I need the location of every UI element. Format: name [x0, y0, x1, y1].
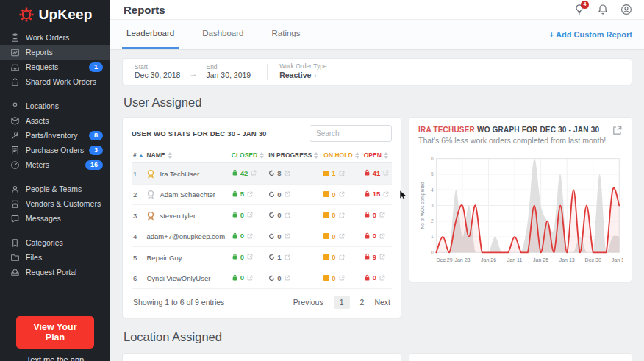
end-date-field[interactable]: End Jan 30, 2019 — [206, 64, 251, 80]
start-date-field[interactable]: Start Dec 30, 2018 — [135, 64, 180, 80]
external-link-icon[interactable] — [379, 212, 385, 218]
column-header--[interactable]: # — [132, 148, 145, 163]
column-header-in-progress[interactable]: IN PROGRESS — [267, 148, 322, 163]
notifications-bell-icon[interactable] — [597, 4, 609, 15]
closed-cell: 42 — [230, 163, 267, 185]
sidebar-item-shared-work-orders[interactable]: Shared Work Orders — [0, 74, 110, 89]
sort-icon[interactable] — [139, 154, 143, 157]
external-link-icon[interactable] — [379, 275, 385, 281]
sidebar-item-label: Work Orders — [26, 33, 69, 42]
external-link-icon[interactable] — [247, 191, 253, 197]
sort-icon[interactable] — [168, 152, 172, 159]
sidebar-item-assets[interactable]: Assets — [0, 113, 110, 128]
chevron-right-icon: › — [314, 72, 316, 79]
external-link-icon[interactable] — [383, 170, 389, 176]
tab-dashboard[interactable]: Dashboard — [198, 29, 248, 49]
user-avatar-icon[interactable] — [620, 4, 632, 15]
closed-cell: 0 — [230, 226, 267, 247]
count-badge: 8 — [89, 131, 103, 140]
external-link-icon[interactable] — [247, 254, 253, 260]
sidebar-item-reports[interactable]: Reports — [0, 45, 110, 60]
sidebar-item-categories[interactable]: Categories — [0, 235, 110, 250]
column-header-open[interactable]: OPEN — [362, 148, 392, 163]
sort-icon[interactable] — [314, 152, 318, 159]
pagination-previous[interactable]: Previous — [293, 298, 323, 307]
open-cell: 41 — [362, 163, 392, 185]
sidebar-item-purchase-orders[interactable]: Purchase Orders3 — [0, 143, 110, 157]
on-hold-cell: 0 — [322, 226, 362, 247]
sidebar-item-meters[interactable]: Meters16 — [0, 157, 110, 172]
add-custom-report-link[interactable]: + Add Custom Report — [549, 30, 632, 49]
sort-icon[interactable] — [384, 152, 388, 159]
medal-icon — [146, 190, 155, 199]
sidebar-item-people-teams[interactable]: People & Teams — [0, 182, 110, 196]
column-header-name[interactable]: NAME — [145, 148, 229, 163]
sidebar-item-parts-inventory[interactable]: Parts/Inventory8 — [0, 128, 110, 143]
lock-icon — [232, 232, 238, 240]
external-link-icon[interactable] — [379, 254, 385, 260]
external-link-icon[interactable] — [339, 191, 345, 197]
sidebar-item-work-orders[interactable]: Work Orders — [0, 30, 110, 45]
external-link-icon[interactable] — [339, 233, 345, 239]
external-link-icon[interactable] — [285, 171, 290, 176]
chart-icon — [10, 47, 20, 57]
pagination-next[interactable]: Next — [374, 298, 390, 307]
external-link-icon[interactable] — [339, 254, 345, 260]
text-me-the-app-link[interactable]: Text me the app — [0, 355, 110, 361]
open-cell: 9 — [362, 247, 392, 268]
table-row[interactable]: 2Adam Schaechter50015 — [132, 184, 392, 205]
lightbulb-tips-icon[interactable]: 4 — [573, 4, 585, 15]
open-cell: 0 — [362, 205, 392, 226]
sidebar-item-request-portal[interactable]: Request Portal — [0, 265, 110, 279]
external-link-icon[interactable] — [285, 191, 290, 197]
tab-leaderboard[interactable]: Leaderboard — [122, 29, 179, 49]
tab-ratings[interactable]: Ratings — [268, 29, 305, 49]
external-link-icon[interactable] — [383, 191, 389, 197]
sidebar-item-files[interactable]: Files — [0, 250, 110, 265]
on-hold-cell: 0 — [322, 268, 362, 289]
external-link-icon[interactable] — [379, 233, 385, 239]
sidebar-item-vendors-customers[interactable]: Vendors & Customers — [0, 196, 110, 211]
expand-graph-icon[interactable] — [612, 125, 623, 139]
table-row[interactable]: 5Repair Guy0109 — [132, 247, 392, 268]
medal-icon — [146, 211, 155, 221]
svg-text:Dec 30: Dec 30 — [585, 258, 601, 263]
pagination-page-2[interactable]: 2 — [360, 298, 365, 307]
table-row[interactable]: 3steven tyler0000 — [132, 205, 392, 226]
view-your-plan-button[interactable]: View Your Plan — [16, 316, 94, 349]
in-progress-cell: 0 — [267, 205, 322, 226]
external-link-icon[interactable] — [339, 275, 345, 281]
upkeep-logo[interactable]: UpKeep — [0, 0, 110, 30]
table-row[interactable]: 4adam+7@onupkeep.com0000 — [132, 226, 392, 247]
table-row[interactable]: 1Ira TechUser428141 — [132, 163, 392, 185]
table-row[interactable]: 6Cyndi ViewOnlyUser0000 — [132, 268, 392, 289]
medal-icon — [146, 169, 155, 179]
external-link-icon[interactable] — [285, 212, 290, 218]
sidebar-item-locations[interactable]: Locations — [0, 99, 110, 113]
external-link-icon[interactable] — [285, 275, 290, 281]
sidebar-item-label: Messages — [26, 214, 61, 223]
in-progress-icon — [268, 212, 275, 218]
sidebar-item-label: Request Portal — [26, 268, 76, 276]
nav-group: People & TeamsVendors & CustomersMessage… — [0, 182, 110, 226]
in-progress-cell: 0 — [267, 268, 322, 289]
external-link-icon[interactable] — [285, 254, 290, 260]
sidebar-item-messages[interactable]: Messages — [0, 211, 110, 226]
external-link-icon[interactable] — [285, 233, 290, 239]
sidebar-item-requests[interactable]: Requests1 — [0, 60, 110, 74]
column-header-on-hold[interactable]: ON HOLD — [322, 148, 362, 163]
pagination-page-1[interactable]: 1 — [334, 296, 350, 309]
external-link-icon[interactable] — [339, 171, 345, 176]
sort-icon[interactable] — [355, 152, 359, 159]
work-order-type-field[interactable]: Work Order Type Reactive› — [279, 63, 326, 79]
column-header-closed[interactable]: CLOSED — [230, 148, 267, 163]
search-input[interactable] — [310, 125, 392, 142]
open-cell: 0 — [362, 226, 392, 247]
external-link-icon[interactable] — [339, 212, 345, 218]
external-link-icon[interactable] — [251, 170, 257, 176]
sort-icon[interactable] — [260, 152, 264, 159]
closed-cell: 0 — [230, 205, 267, 226]
external-link-icon[interactable] — [247, 212, 253, 218]
external-link-icon[interactable] — [247, 275, 253, 281]
external-link-icon[interactable] — [247, 233, 253, 239]
